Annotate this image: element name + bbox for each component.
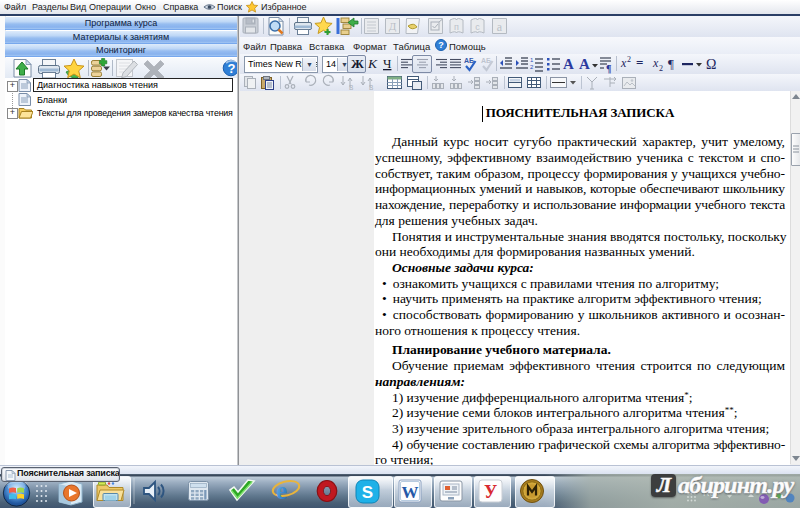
svg-text:¶: ¶ [668,56,674,71]
svg-text:a: a [497,20,503,34]
svg-text:B: B [369,84,373,91]
svg-text:п: п [454,22,459,32]
svg-text:Ж: Ж [351,56,364,71]
svg-text:АБ: АБ [481,57,491,64]
svg-text:x: x [652,56,659,70]
svg-text:¶: ¶ [606,63,611,74]
svg-text:2: 2 [627,55,631,64]
svg-text:А: А [579,56,590,72]
svg-text:2: 2 [659,64,663,73]
svg-text:Ч: Ч [383,56,392,71]
svg-text:2: 2 [530,64,534,70]
svg-text:1: 1 [530,57,534,63]
svg-text:К: К [367,56,378,71]
svg-text:S: S [362,483,373,502]
svg-text:x: x [620,56,627,70]
svg-text:А: А [563,56,574,72]
svg-text:e: e [276,477,287,504]
svg-text:Ω: Ω [706,57,716,72]
svg-text:?: ? [438,40,444,50]
svg-text:АБ: АБ [464,57,474,64]
svg-text:?: ? [228,61,236,76]
svg-text:У: У [484,482,497,502]
svg-text:с: с [475,22,480,32]
svg-text:B: B [349,84,353,91]
svg-text:W: W [402,483,419,502]
svg-text:=: = [636,55,643,70]
svg-text:Д: Д [389,20,397,32]
